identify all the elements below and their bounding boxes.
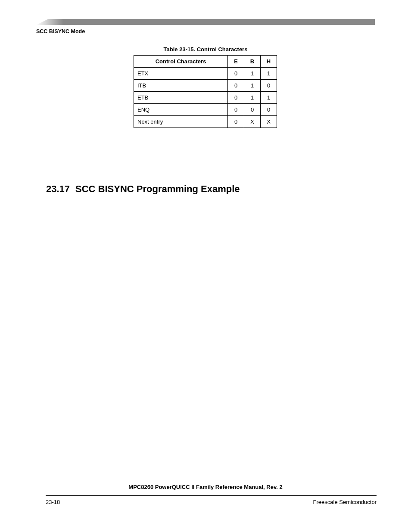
table-cell: 1 [261,92,277,104]
table-cell: 0 [228,80,244,92]
footer-company: Freescale Semiconductor [313,499,377,505]
header-color-bar [36,19,375,25]
table-cell: 0 [228,92,244,104]
table-cell: ETX [134,68,228,80]
table-cell: 1 [244,92,261,104]
section-heading: 23.17SCC BISYNC Programming Example [46,184,240,195]
table-cell: 0 [228,68,244,80]
table-cell: Next entry [134,116,228,128]
footer-manual-title: MPC8260 PowerQUICC II Family Reference M… [0,484,411,490]
table-row: ENQ 0 0 0 [134,104,277,116]
table-cell: 1 [261,68,277,80]
table-header-cell: H [261,56,277,68]
table-cell: 0 [261,80,277,92]
page-header-section: SCC BISYNC Mode [36,28,85,34]
table-cell: 0 [228,116,244,128]
table-cell: 0 [261,104,277,116]
table-header-cell: Control Characters [134,56,228,68]
table-header-cell: B [244,56,261,68]
table-header-cell: E [228,56,244,68]
control-characters-table: Control Characters E B H ETX 0 1 1 ITB 0… [134,55,277,128]
table-row: ETB 0 1 1 [134,92,277,104]
table-row: ITB 0 1 0 [134,80,277,92]
section-title: SCC BISYNC Programming Example [75,184,240,194]
table-cell: X [244,116,261,128]
table-row: Next entry 0 X X [134,116,277,128]
table-cell: ENQ [134,104,228,116]
footer-rule [46,495,377,496]
table-cell: 0 [228,104,244,116]
table-caption: Table 23-15. Control Characters [0,46,411,53]
table-cell: 1 [244,68,261,80]
table-cell: 0 [244,104,261,116]
section-number: 23.17 [46,184,70,194]
table-header-row: Control Characters E B H [134,56,277,68]
table-row: ETX 0 1 1 [134,68,277,80]
table-cell: ETB [134,92,228,104]
footer-page-number: 23-18 [46,499,60,505]
table-cell: X [261,116,277,128]
table-cell: 1 [244,80,261,92]
table-cell: ITB [134,80,228,92]
